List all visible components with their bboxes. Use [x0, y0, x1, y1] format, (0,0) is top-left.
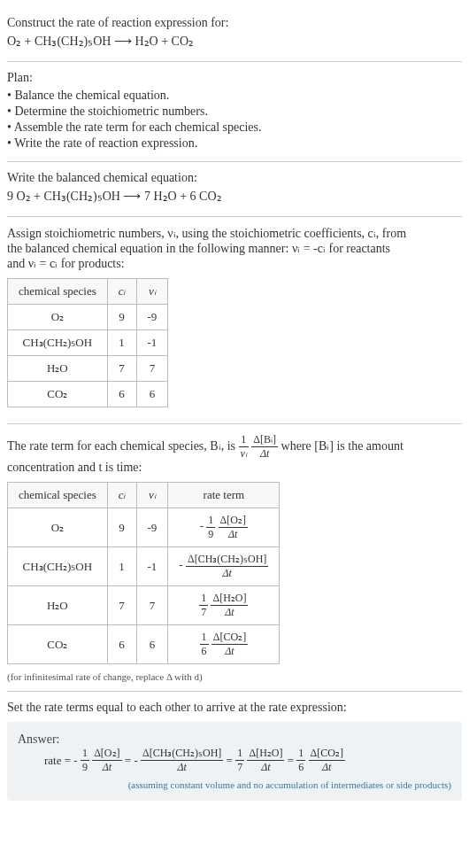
- cell-vi: 7: [136, 586, 168, 625]
- cell-species: CH₃(CH₂)₅OH: [8, 547, 108, 586]
- cell-species: H₂O: [8, 586, 108, 625]
- rate-prefix: rate =: [44, 754, 73, 767]
- cell-vi: -9: [136, 508, 168, 547]
- answer-note: (assuming constant volume and no accumul…: [18, 779, 451, 790]
- equals-sign: =: [125, 754, 135, 767]
- cell-species: CO₂: [8, 382, 108, 407]
- neg-sign: -: [134, 754, 137, 767]
- rate-intro-text: where [Bᵢ] is the amount: [281, 439, 404, 453]
- cell-species: O₂: [8, 305, 108, 330]
- neg-sign: -: [179, 558, 182, 571]
- fraction: Δ[Bᵢ]Δt: [251, 433, 278, 461]
- stoich-intro-line: and νᵢ = cᵢ for products:: [7, 256, 462, 271]
- equals-sign: =: [227, 754, 236, 767]
- construct-title: Construct the rate of reaction expressio…: [7, 16, 462, 30]
- unbalanced-equation: O₂ + CH₃(CH₂)₅OH ⟶ H₂O + CO₂: [7, 34, 462, 49]
- section-plan: Plan: • Balance the chemical equation. •…: [7, 62, 462, 162]
- col-species: chemical species: [8, 279, 108, 305]
- fraction: Δ[CH₃(CH₂)₅OH]Δt: [186, 553, 268, 580]
- cell-ci: 9: [107, 508, 136, 547]
- cell-vi: -1: [136, 547, 168, 586]
- rate-expression: rate = - 19 Δ[O₂]Δt = - Δ[CH₃(CH₂)₅OH]Δt…: [44, 747, 451, 774]
- cell-ci: 1: [107, 547, 136, 586]
- cell-species: H₂O: [8, 356, 108, 382]
- infinitesimal-note: (for infinitesimal rate of change, repla…: [7, 671, 462, 682]
- table-row: H₂O 7 7 17 Δ[H₂O]Δt: [8, 586, 280, 625]
- table-row: CO₂ 6 6 16 Δ[CO₂]Δt: [8, 625, 280, 664]
- rate-intro-line: concentration and t is time:: [7, 461, 462, 475]
- col-vi: νᵢ: [136, 483, 168, 508]
- col-rate: rate term: [168, 483, 280, 508]
- neg-sign: -: [200, 519, 204, 532]
- answer-box: Answer: rate = - 19 Δ[O₂]Δt = - Δ[CH₃(CH…: [7, 722, 462, 801]
- fraction: 17: [199, 592, 208, 619]
- fraction: Δ[CO₂]Δt: [211, 631, 248, 658]
- fraction: 16: [296, 747, 305, 774]
- col-vi: νᵢ: [136, 279, 168, 305]
- section-stoich: Assign stoichiometric numbers, νᵢ, using…: [7, 217, 462, 424]
- cell-species: CH₃(CH₂)₅OH: [8, 330, 108, 356]
- cell-ci: 6: [107, 625, 136, 664]
- neg-sign: -: [73, 754, 77, 767]
- section-rate-terms: The rate term for each chemical species,…: [7, 424, 462, 692]
- cell-species: CO₂: [8, 625, 108, 664]
- fraction: 19: [206, 514, 215, 541]
- fraction: Δ[CH₃(CH₂)₅OH]Δt: [141, 747, 223, 774]
- table-row: CH₃(CH₂)₅OH 1 -1 - Δ[CH₃(CH₂)₅OH]Δt: [8, 547, 280, 586]
- table-header-row: chemical species cᵢ νᵢ rate term: [8, 483, 280, 508]
- rate-table: chemical species cᵢ νᵢ rate term O₂ 9 -9…: [7, 482, 280, 664]
- balanced-equation: 9 O₂ + CH₃(CH₂)₅OH ⟶ 7 H₂O + 6 CO₂: [7, 189, 462, 204]
- rate-intro: The rate term for each chemical species,…: [7, 433, 462, 461]
- plan-item: • Write the rate of reaction expression.: [7, 136, 462, 151]
- cell-vi: 6: [136, 625, 168, 664]
- table-row: H₂O77: [8, 356, 168, 382]
- cell-ci: 6: [107, 382, 136, 407]
- cell-ci: 1: [107, 330, 136, 356]
- section-construct: Construct the rate of reaction expressio…: [7, 7, 462, 62]
- table-row: O₂9-9: [8, 305, 168, 330]
- table-header-row: chemical species cᵢ νᵢ: [8, 279, 168, 305]
- stoich-intro-line: the balanced chemical equation in the fo…: [7, 241, 462, 256]
- rate-intro-text: The rate term for each chemical species,…: [7, 439, 239, 453]
- fraction: Δ[H₂O]Δt: [247, 747, 284, 774]
- cell-ci: 7: [107, 356, 136, 382]
- set-equal-title: Set the rate terms equal to each other t…: [7, 701, 462, 715]
- cell-rate: - 19 Δ[O₂]Δt: [168, 508, 280, 547]
- cell-vi: -9: [136, 305, 168, 330]
- balanced-title: Write the balanced chemical equation:: [7, 171, 462, 185]
- section-set-equal: Set the rate terms equal to each other t…: [7, 692, 462, 810]
- cell-rate: 17 Δ[H₂O]Δt: [168, 586, 280, 625]
- fraction: 19: [81, 747, 89, 774]
- section-balanced: Write the balanced chemical equation: 9 …: [7, 162, 462, 217]
- cell-ci: 7: [107, 586, 136, 625]
- plan-item: • Determine the stoichiometric numbers.: [7, 105, 462, 119]
- cell-vi: 6: [136, 382, 168, 407]
- answer-label: Answer:: [18, 732, 451, 747]
- stoich-table: chemical species cᵢ νᵢ O₂9-9 CH₃(CH₂)₅OH…: [7, 278, 168, 407]
- table-row: O₂ 9 -9 - 19 Δ[O₂]Δt: [8, 508, 280, 547]
- fraction: Δ[O₂]Δt: [219, 514, 248, 541]
- fraction: Δ[CO₂]Δt: [309, 747, 345, 774]
- equals-sign: =: [288, 754, 297, 767]
- fraction: 16: [200, 631, 209, 658]
- table-row: CH₃(CH₂)₅OH1-1: [8, 330, 168, 356]
- fraction: 17: [235, 747, 244, 774]
- cell-vi: -1: [136, 330, 168, 356]
- cell-rate: 16 Δ[CO₂]Δt: [168, 625, 280, 664]
- fraction: 1νᵢ: [239, 433, 249, 461]
- col-species: chemical species: [8, 483, 108, 508]
- plan-item: • Balance the chemical equation.: [7, 89, 462, 103]
- cell-species: O₂: [8, 508, 108, 547]
- fraction: Δ[H₂O]Δt: [211, 592, 248, 619]
- plan-item: • Assemble the rate term for each chemic…: [7, 120, 462, 135]
- col-ci: cᵢ: [107, 279, 136, 305]
- plan-title: Plan:: [7, 71, 462, 85]
- cell-vi: 7: [136, 356, 168, 382]
- stoich-intro-line: Assign stoichiometric numbers, νᵢ, using…: [7, 226, 462, 241]
- fraction: Δ[O₂]Δt: [92, 747, 121, 774]
- col-ci: cᵢ: [107, 483, 136, 508]
- table-row: CO₂66: [8, 382, 168, 407]
- cell-rate: - Δ[CH₃(CH₂)₅OH]Δt: [168, 547, 280, 586]
- cell-ci: 9: [107, 305, 136, 330]
